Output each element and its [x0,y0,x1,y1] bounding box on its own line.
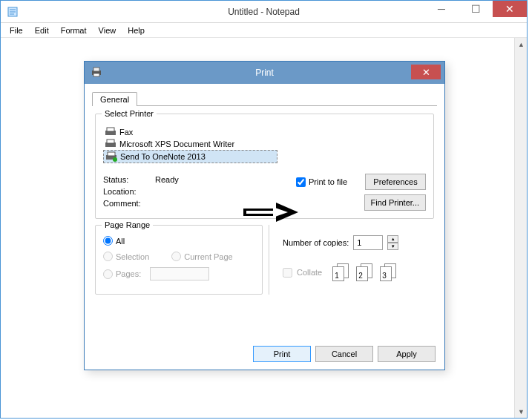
printer-item-onenote[interactable]: Send To OneNote 2013 [103,150,277,163]
svg-rect-8 [107,128,114,131]
location-label: Location: [103,186,155,197]
spin-up[interactable]: ▲ [387,235,398,243]
radio-all-row[interactable]: All [103,236,254,246]
print-to-file-row[interactable]: Print to file [296,177,347,187]
printer-icon [91,67,102,79]
printer-label: Send To OneNote 2013 [120,152,206,161]
dialog-body: General Select Printer Fax Microsoft XPS… [85,84,444,370]
printer-label: Fax [119,128,133,137]
print-to-file-checkbox[interactable] [296,177,306,187]
collate-checkbox [283,268,292,278]
collate-preview: 1 1 2 2 3 3 [332,263,399,281]
svg-point-13 [113,157,117,162]
print-to-file-label: Print to file [309,177,347,186]
printer-icon [105,139,116,149]
pages-input [150,267,209,280]
collate-page-3: 3 3 [380,263,399,281]
select-printer-label: Select Printer [102,109,157,118]
spin-down[interactable]: ▼ [387,243,398,250]
svg-rect-12 [108,152,115,156]
window-controls: ─ ☐ ✕ [424,1,527,17]
sheet-front: 2 [356,266,368,281]
apply-button[interactable]: Apply [378,346,436,362]
cancel-button[interactable]: Cancel [315,346,373,362]
tab-general[interactable]: General [92,92,137,106]
radio-pages [103,269,113,279]
vertical-scrollbar[interactable]: ▲ ▼ [514,38,527,418]
collate-label: Collate [297,268,322,277]
radio-all[interactable] [103,236,113,246]
radio-selection-row: Selection [103,252,149,261]
close-button[interactable]: ✕ [493,1,527,17]
radio-current-label: Current Page [184,252,232,261]
radio-pages-row: Pages: [103,267,254,280]
menu-format[interactable]: Format [55,24,93,36]
copies-label: Number of copies: [283,238,349,247]
sheet-front: 1 [332,266,344,281]
select-printer-group: Select Printer Fax Microsoft XPS Documen… [95,114,434,219]
dialog-title: Print [85,68,444,78]
printer-item-fax[interactable]: Fax [103,126,426,138]
printer-label: Microsoft XPS Document Writer [119,140,234,148]
bottom-row: Page Range All Selection Current Page [95,225,434,295]
print-button[interactable]: Print [253,346,311,362]
svg-rect-5 [93,68,99,71]
menu-edit[interactable]: Edit [29,24,55,36]
collate-row: Collate 1 1 2 2 3 3 [283,263,434,281]
collate-page-2: 2 2 [356,263,375,281]
maximize-button[interactable]: ☐ [459,1,493,17]
dialog-close-button[interactable]: ✕ [411,65,441,79]
menu-help[interactable]: Help [122,24,151,36]
status-label: Status: [103,174,155,186]
printer-list[interactable]: Fax Microsoft XPS Document Writer Send T… [103,126,426,163]
copies-row: Number of copies: ▲ ▼ [283,235,434,250]
menubar: File Edit Format View Help [1,23,527,38]
page-range-title: Page Range [102,220,153,229]
svg-rect-6 [93,73,99,76]
comment-label: Comment: [103,197,155,209]
fax-icon [105,127,116,137]
minimize-button[interactable]: ─ [424,1,459,17]
printer-icon [105,151,117,162]
preferences-button[interactable]: Preferences [365,174,426,190]
sheet-front: 3 [380,266,392,281]
copies-spinner: ▲ ▼ [387,235,398,250]
tab-row: General [92,91,437,106]
radio-current-page [171,252,181,261]
scroll-down-arrow[interactable]: ▼ [515,405,528,418]
page-range-group: Page Range All Selection Current Page [95,225,263,295]
find-printer-button[interactable]: Find Printer... [364,194,426,211]
radio-selection-label: Selection [116,252,149,261]
scroll-up-arrow[interactable]: ▲ [515,38,528,50]
radio-pages-label: Pages: [116,269,141,278]
status-value: Ready [155,174,229,186]
copies-group: Number of copies: ▲ ▼ Collate 1 1 [269,225,434,295]
menu-file[interactable]: File [4,24,29,36]
copies-input[interactable] [353,235,383,250]
radio-all-label: All [116,237,125,246]
dialog-titlebar: Print ✕ [85,62,444,84]
status-row: Status: Location: Comment: Ready Print t… [103,174,426,211]
radio-current-row: Current Page [171,252,232,261]
notepad-icon [7,6,19,18]
print-dialog: Print ✕ General Select Printer Fax Micro… [84,61,445,370]
printer-item-xps[interactable]: Microsoft XPS Document Writer [103,138,426,150]
titlebar: Untitled - Notepad ─ ☐ ✕ [1,1,527,23]
menu-view[interactable]: View [93,24,122,36]
collate-page-1: 1 1 [332,263,352,281]
radio-selection [103,252,113,261]
svg-rect-10 [107,140,114,143]
dialog-footer: Print Cancel Apply [253,346,436,362]
